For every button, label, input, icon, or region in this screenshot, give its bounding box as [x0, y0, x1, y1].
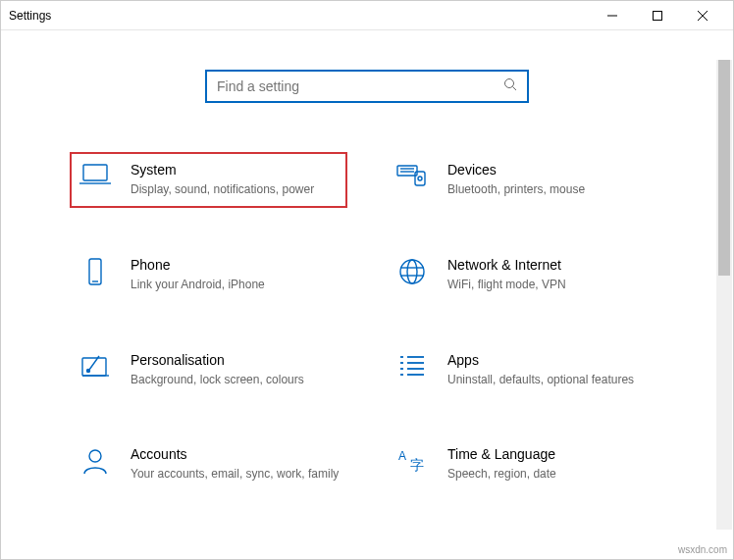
svg-point-4 [505, 79, 514, 88]
svg-point-31 [89, 450, 101, 462]
tile-subtitle: Your accounts, email, sync, work, family [131, 466, 340, 483]
person-icon [78, 446, 113, 482]
tile-time-language[interactable]: A 字 Time & Language Speech, region, date [387, 436, 664, 492]
search-box[interactable] [205, 70, 529, 103]
svg-rect-8 [397, 166, 417, 176]
tile-title: Time & Language [447, 446, 656, 462]
tile-apps[interactable]: Apps Uninstall, defaults, optional featu… [387, 342, 664, 398]
svg-rect-1 [654, 11, 662, 20]
tile-subtitle: WiFi, flight mode, VPN [447, 277, 656, 293]
list-icon [394, 352, 430, 387]
tile-system[interactable]: System Display, sound, notifications, po… [70, 152, 347, 208]
maximize-icon [653, 11, 662, 21]
titlebar: Settings [1, 1, 733, 30]
scrollbar-thumb[interactable] [718, 60, 730, 276]
settings-grid: System Display, sound, notifications, po… [40, 152, 694, 492]
search-icon [503, 77, 517, 95]
search-input[interactable] [217, 78, 503, 94]
close-button[interactable] [680, 1, 725, 30]
svg-line-5 [513, 87, 517, 91]
tile-subtitle: Bluetooth, printers, mouse [447, 181, 656, 198]
phone-icon [78, 257, 113, 292]
svg-rect-6 [83, 165, 107, 180]
svg-text:字: 字 [410, 457, 424, 473]
minimize-button[interactable] [590, 1, 635, 30]
tile-title: Apps [447, 352, 656, 368]
tile-personalisation[interactable]: Personalisation Background, lock screen,… [70, 342, 347, 398]
tile-network[interactable]: Network & Internet WiFi, flight mode, VP… [387, 247, 664, 303]
search-container [40, 70, 694, 103]
window-title: Settings [9, 9, 51, 23]
tile-subtitle: Link your Android, iPhone [131, 277, 340, 293]
devices-icon [394, 162, 430, 197]
window-controls [590, 1, 725, 30]
tile-subtitle: Speech, region, date [447, 466, 656, 483]
minimize-icon [607, 11, 617, 21]
svg-point-16 [407, 260, 417, 283]
svg-point-22 [87, 369, 90, 372]
laptop-icon [78, 162, 113, 197]
language-icon: A 字 [394, 446, 430, 482]
svg-rect-13 [89, 259, 101, 284]
tile-devices[interactable]: Devices Bluetooth, printers, mouse [387, 152, 664, 208]
paint-icon [78, 352, 113, 387]
settings-window: Settings [0, 0, 734, 560]
tile-subtitle: Background, lock screen, colours [131, 372, 340, 388]
svg-text:A: A [398, 449, 406, 463]
tile-title: Accounts [131, 446, 340, 462]
globe-icon [394, 257, 430, 292]
tile-title: Phone [131, 257, 340, 273]
tile-title: Devices [447, 162, 656, 178]
main-content: System Display, sound, notifications, po… [1, 40, 733, 559]
svg-point-12 [418, 177, 422, 180]
svg-point-15 [400, 260, 424, 283]
tile-subtitle: Uninstall, defaults, optional features [447, 372, 656, 388]
svg-rect-19 [82, 358, 106, 376]
tile-title: System [131, 162, 340, 178]
maximize-button[interactable] [635, 1, 680, 30]
tile-phone[interactable]: Phone Link your Android, iPhone [70, 247, 347, 303]
tile-accounts[interactable]: Accounts Your accounts, email, sync, wor… [70, 436, 347, 492]
tile-title: Personalisation [131, 352, 340, 368]
tile-title: Network & Internet [447, 257, 656, 273]
tile-subtitle: Display, sound, notifications, power [131, 181, 340, 198]
watermark: wsxdn.com [678, 544, 727, 555]
scrollbar[interactable] [716, 60, 732, 530]
close-icon [698, 11, 708, 21]
